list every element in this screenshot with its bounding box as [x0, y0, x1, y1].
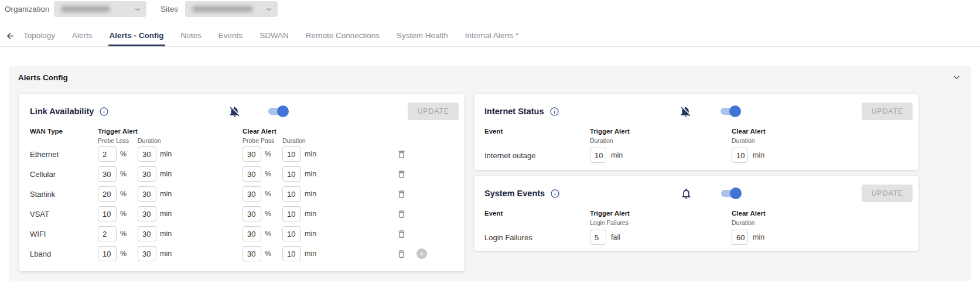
table-row: Lband % min % min + [19, 244, 465, 264]
info-icon[interactable] [99, 107, 109, 117]
info-icon[interactable] [550, 189, 560, 199]
tab-events[interactable]: Events [217, 26, 244, 46]
table-row: WIFI % min % min [19, 224, 465, 244]
trigger-duration-input[interactable] [138, 246, 156, 261]
info-icon[interactable] [549, 107, 559, 117]
alerts-enabled-toggle[interactable] [721, 187, 742, 199]
card-title: Internet Status [484, 107, 544, 116]
tab-sdwan[interactable]: SDWAN [258, 26, 290, 46]
clear-duration-input[interactable] [732, 148, 748, 163]
col-trigger-duration: Duration [590, 137, 732, 144]
tab-alerts[interactable]: Alerts [71, 26, 94, 46]
trash-icon[interactable] [397, 248, 416, 260]
trigger-duration-input[interactable] [138, 146, 156, 162]
table-row: Internet outage min min [474, 145, 918, 165]
clear-duration-input[interactable] [282, 226, 301, 241]
clear-duration-input[interactable] [282, 186, 301, 202]
probe-pass-input[interactable] [243, 186, 261, 202]
minutes-unit: min [606, 151, 732, 159]
event-label: Login Failures [484, 233, 590, 242]
update-button[interactable]: UPDATE [862, 103, 913, 120]
alerts-enabled-toggle[interactable] [268, 105, 289, 117]
bell-icon[interactable] [680, 187, 692, 200]
probe-loss-input[interactable] [98, 246, 117, 261]
tab-notes[interactable]: Notes [180, 26, 203, 46]
col-probe-loss: Probe Loss [98, 137, 138, 144]
trigger-duration-input[interactable] [138, 166, 156, 182]
clear-duration-input[interactable] [282, 146, 301, 162]
topbar: Organization Sites [0, 0, 980, 18]
fail-unit: fail [606, 233, 732, 241]
organization-select-value-redacted [61, 6, 110, 12]
tab-internal-alerts[interactable]: Internal Alerts * [464, 26, 520, 46]
system-events-subheaders: Login Failures Duration [474, 219, 918, 226]
table-row: Ethernet % min % min [19, 144, 465, 164]
trash-icon[interactable] [397, 169, 416, 180]
tab-alerts-config[interactable]: Alerts - Config [108, 26, 165, 46]
percent-unit: % [117, 190, 138, 198]
clear-duration-input[interactable] [732, 230, 748, 245]
trigger-duration-input[interactable] [138, 226, 156, 241]
internet-status-card: Internet Status UPDATE Event Trigger Ale… [474, 94, 918, 170]
update-button[interactable]: UPDATE [862, 185, 913, 202]
wan-type-label: VSAT [30, 210, 98, 219]
col-event: Event [484, 210, 590, 217]
internet-status-header: Internet Status UPDATE [474, 94, 918, 120]
minutes-unit: min [156, 170, 243, 178]
clear-duration-input[interactable] [282, 246, 301, 261]
alerts-config-panel-header[interactable]: Alerts Config [9, 66, 971, 88]
alerts-enabled-toggle[interactable] [720, 105, 741, 117]
probe-loss-input[interactable] [98, 146, 117, 162]
col-trigger-alert: Trigger Alert [590, 210, 732, 217]
wan-type-label: Lband [30, 250, 98, 258]
update-button[interactable]: UPDATE [408, 103, 459, 120]
bell-off-icon[interactable] [679, 105, 692, 118]
probe-loss-input[interactable] [98, 226, 117, 241]
probe-loss-input[interactable] [98, 206, 117, 221]
probe-pass-input[interactable] [243, 246, 261, 261]
link-availability-column-headers: WAN Type Trigger Alert Clear Alert [19, 128, 465, 135]
probe-pass-input[interactable] [243, 146, 261, 162]
col-clear-duration: Duration [282, 137, 397, 144]
back-button[interactable] [0, 26, 20, 46]
toggle-thumb [729, 105, 741, 117]
trash-icon[interactable] [397, 228, 416, 240]
link-availability-card: Link Availability UPDATE WAN Type Trigge… [19, 94, 465, 271]
trigger-duration-input[interactable] [138, 206, 156, 221]
minutes-unit: min [748, 151, 909, 159]
probe-loss-input[interactable] [98, 166, 117, 182]
organization-select[interactable] [54, 1, 146, 17]
probe-pass-input[interactable] [243, 166, 261, 182]
tab-bar: Topology Alerts Alerts - Config Notes Ev… [0, 26, 980, 47]
percent-unit: % [261, 210, 282, 218]
clear-duration-input[interactable] [282, 206, 301, 221]
system-events-card: System Events UPDATE Event Trigger Alert… [474, 176, 918, 251]
minutes-unit: min [301, 250, 397, 258]
chevron-down-icon [951, 72, 962, 83]
trash-icon[interactable] [397, 209, 416, 220]
sites-select[interactable] [185, 1, 278, 17]
minutes-unit: min [301, 170, 397, 178]
login-failures-input[interactable] [590, 230, 606, 245]
trash-icon[interactable] [397, 149, 416, 160]
plus-icon[interactable]: + [416, 248, 427, 259]
probe-pass-input[interactable] [243, 206, 261, 221]
probe-loss-input[interactable] [98, 186, 117, 202]
bell-off-icon[interactable] [228, 105, 241, 118]
col-wan-type: WAN Type [30, 128, 98, 135]
card-title: Link Availability [30, 107, 94, 116]
link-availability-header: Link Availability UPDATE [19, 94, 465, 120]
trash-icon[interactable] [397, 189, 416, 200]
table-row: Login Failures fail min [474, 227, 918, 247]
trigger-duration-input[interactable] [138, 186, 156, 202]
organization-label: Organization [5, 5, 50, 13]
tab-system-health[interactable]: System Health [395, 26, 449, 46]
tab-topology[interactable]: Topology [22, 26, 56, 46]
trigger-duration-input[interactable] [590, 148, 606, 163]
percent-unit: % [261, 230, 282, 238]
tab-remote-connections[interactable]: Remote Connections [305, 26, 381, 46]
clear-duration-input[interactable] [282, 166, 301, 182]
probe-pass-input[interactable] [243, 226, 261, 241]
wan-type-label: Starlink [30, 190, 98, 199]
table-row: VSAT % min % min [19, 204, 465, 224]
